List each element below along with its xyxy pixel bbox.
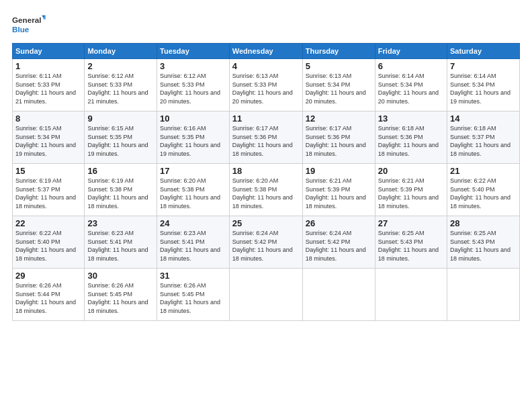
calendar-cell: 26Sunrise: 6:24 AMSunset: 5:42 PMDayligh… (302, 216, 375, 269)
calendar-cell: 21Sunrise: 6:22 AMSunset: 5:40 PMDayligh… (447, 164, 519, 216)
day-info: Sunrise: 6:25 AMSunset: 5:43 PMDaylight:… (378, 229, 444, 263)
day-number: 25 (232, 218, 300, 228)
logo: General Blue (12, 12, 46, 38)
calendar-cell: 27Sunrise: 6:25 AMSunset: 5:43 PMDayligh… (375, 216, 447, 269)
day-info: Sunrise: 6:21 AMSunset: 5:39 PMDaylight:… (306, 177, 372, 210)
day-number: 21 (450, 166, 517, 176)
day-header-monday: Monday (85, 44, 157, 59)
calendar-cell: 19Sunrise: 6:21 AMSunset: 5:39 PMDayligh… (302, 164, 375, 216)
day-info: Sunrise: 6:19 AMSunset: 5:37 PMDaylight:… (15, 177, 81, 210)
day-number: 11 (232, 113, 300, 124)
calendar-cell: 7Sunrise: 6:14 AMSunset: 5:34 PMDaylight… (447, 59, 519, 111)
day-info: Sunrise: 6:11 AMSunset: 5:33 PMDaylight:… (15, 72, 81, 105)
calendar-cell (302, 269, 375, 321)
logo-svg: General Blue (12, 12, 46, 38)
day-info: Sunrise: 6:12 AMSunset: 5:33 PMDaylight:… (160, 72, 226, 105)
day-info: Sunrise: 6:23 AMSunset: 5:41 PMDaylight:… (87, 229, 154, 263)
calendar-cell: 18Sunrise: 6:20 AMSunset: 5:38 PMDayligh… (229, 164, 302, 216)
calendar-cell: 31Sunrise: 6:26 AMSunset: 5:45 PMDayligh… (157, 269, 230, 321)
day-header-tuesday: Tuesday (157, 44, 230, 59)
calendar-cell: 23Sunrise: 6:23 AMSunset: 5:41 PMDayligh… (85, 216, 157, 269)
day-info: Sunrise: 6:18 AMSunset: 5:36 PMDaylight:… (378, 124, 444, 158)
calendar-cell: 13Sunrise: 6:18 AMSunset: 5:36 PMDayligh… (375, 111, 447, 164)
day-number: 30 (87, 271, 154, 281)
calendar-cell: 15Sunrise: 6:19 AMSunset: 5:37 PMDayligh… (13, 164, 85, 216)
day-number: 1 (15, 61, 81, 71)
calendar-cell: 8Sunrise: 6:15 AMSunset: 5:34 PMDaylight… (13, 111, 85, 164)
day-number: 28 (450, 218, 517, 228)
day-info: Sunrise: 6:26 AMSunset: 5:45 PMDaylight:… (160, 281, 226, 315)
svg-text:General: General (12, 16, 41, 25)
day-info: Sunrise: 6:13 AMSunset: 5:34 PMDaylight:… (306, 72, 372, 105)
day-number: 8 (15, 113, 81, 124)
calendar-cell: 22Sunrise: 6:22 AMSunset: 5:40 PMDayligh… (13, 216, 85, 269)
day-number: 5 (306, 61, 372, 71)
day-info: Sunrise: 6:25 AMSunset: 5:43 PMDaylight:… (450, 229, 517, 263)
calendar-cell: 5Sunrise: 6:13 AMSunset: 5:34 PMDaylight… (302, 59, 375, 111)
day-number: 4 (232, 61, 300, 71)
page: General Blue SundayMondayTuesdayWednesda… (0, 0, 532, 411)
calendar-cell: 6Sunrise: 6:14 AMSunset: 5:34 PMDaylight… (375, 59, 447, 111)
day-info: Sunrise: 6:21 AMSunset: 5:39 PMDaylight:… (378, 177, 444, 210)
week-row-1: 1Sunrise: 6:11 AMSunset: 5:33 PMDaylight… (13, 59, 520, 111)
day-info: Sunrise: 6:14 AMSunset: 5:34 PMDaylight:… (378, 72, 444, 105)
calendar-cell: 17Sunrise: 6:20 AMSunset: 5:38 PMDayligh… (157, 164, 230, 216)
day-number: 26 (306, 218, 372, 228)
calendar-cell: 20Sunrise: 6:21 AMSunset: 5:39 PMDayligh… (375, 164, 447, 216)
calendar-cell: 29Sunrise: 6:26 AMSunset: 5:44 PMDayligh… (13, 269, 85, 321)
day-header-friday: Friday (375, 44, 447, 59)
calendar-cell: 11Sunrise: 6:17 AMSunset: 5:36 PMDayligh… (229, 111, 302, 164)
day-number: 14 (450, 113, 517, 124)
day-header-sunday: Sunday (13, 44, 85, 59)
calendar-header-row: SundayMondayTuesdayWednesdayThursdayFrid… (13, 44, 520, 59)
calendar-cell: 16Sunrise: 6:19 AMSunset: 5:38 PMDayligh… (85, 164, 157, 216)
day-number: 17 (160, 166, 226, 176)
calendar-cell: 10Sunrise: 6:16 AMSunset: 5:35 PMDayligh… (157, 111, 230, 164)
day-number: 3 (160, 61, 226, 71)
calendar: SundayMondayTuesdayWednesdayThursdayFrid… (12, 43, 520, 321)
day-number: 20 (378, 166, 444, 176)
calendar-cell (229, 269, 302, 321)
day-info: Sunrise: 6:15 AMSunset: 5:35 PMDaylight:… (87, 124, 154, 158)
day-info: Sunrise: 6:23 AMSunset: 5:41 PMDaylight:… (160, 229, 226, 263)
calendar-cell: 1Sunrise: 6:11 AMSunset: 5:33 PMDaylight… (13, 59, 85, 111)
week-row-2: 8Sunrise: 6:15 AMSunset: 5:34 PMDaylight… (13, 111, 520, 164)
day-info: Sunrise: 6:24 AMSunset: 5:42 PMDaylight:… (306, 229, 372, 263)
day-info: Sunrise: 6:14 AMSunset: 5:34 PMDaylight:… (450, 72, 517, 105)
day-header-thursday: Thursday (302, 44, 375, 59)
day-info: Sunrise: 6:24 AMSunset: 5:42 PMDaylight:… (232, 229, 300, 263)
day-number: 22 (15, 218, 81, 228)
day-number: 19 (306, 166, 372, 176)
day-info: Sunrise: 6:18 AMSunset: 5:37 PMDaylight:… (450, 124, 517, 158)
day-number: 29 (15, 271, 81, 281)
day-number: 15 (15, 166, 81, 176)
week-row-3: 15Sunrise: 6:19 AMSunset: 5:37 PMDayligh… (13, 164, 520, 216)
day-info: Sunrise: 6:22 AMSunset: 5:40 PMDaylight:… (450, 177, 517, 210)
day-number: 27 (378, 218, 444, 228)
day-header-wednesday: Wednesday (229, 44, 302, 59)
day-number: 12 (306, 113, 372, 124)
calendar-cell: 4Sunrise: 6:13 AMSunset: 5:33 PMDaylight… (229, 59, 302, 111)
day-info: Sunrise: 6:26 AMSunset: 5:45 PMDaylight:… (87, 281, 154, 315)
calendar-cell: 25Sunrise: 6:24 AMSunset: 5:42 PMDayligh… (229, 216, 302, 269)
day-number: 10 (160, 113, 226, 124)
day-number: 7 (450, 61, 517, 71)
calendar-cell: 14Sunrise: 6:18 AMSunset: 5:37 PMDayligh… (447, 111, 519, 164)
day-info: Sunrise: 6:16 AMSunset: 5:35 PMDaylight:… (160, 124, 226, 158)
day-info: Sunrise: 6:20 AMSunset: 5:38 PMDaylight:… (160, 177, 226, 210)
day-number: 18 (232, 166, 300, 176)
day-number: 16 (87, 166, 154, 176)
day-info: Sunrise: 6:20 AMSunset: 5:38 PMDaylight:… (232, 177, 300, 210)
day-number: 2 (87, 61, 154, 71)
day-info: Sunrise: 6:26 AMSunset: 5:44 PMDaylight:… (15, 281, 81, 315)
calendar-cell (447, 269, 519, 321)
day-info: Sunrise: 6:19 AMSunset: 5:38 PMDaylight:… (87, 177, 154, 210)
calendar-cell (375, 269, 447, 321)
day-number: 24 (160, 218, 226, 228)
day-number: 23 (87, 218, 154, 228)
header: General Blue (12, 12, 520, 38)
calendar-cell: 2Sunrise: 6:12 AMSunset: 5:33 PMDaylight… (85, 59, 157, 111)
calendar-cell: 30Sunrise: 6:26 AMSunset: 5:45 PMDayligh… (85, 269, 157, 321)
day-info: Sunrise: 6:12 AMSunset: 5:33 PMDaylight:… (87, 72, 154, 105)
day-info: Sunrise: 6:17 AMSunset: 5:36 PMDaylight:… (306, 124, 372, 158)
